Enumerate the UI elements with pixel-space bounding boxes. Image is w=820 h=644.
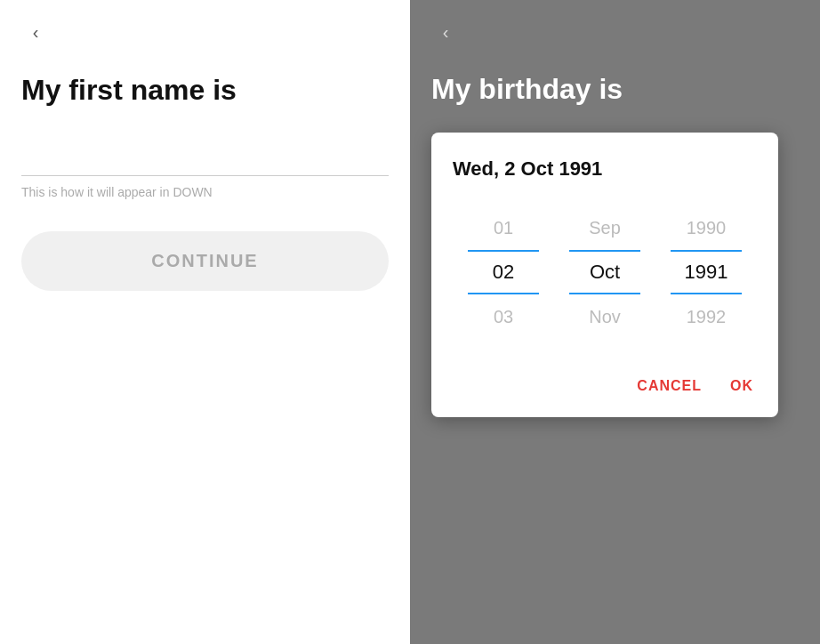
cancel-button[interactable]: CANCEL <box>633 373 705 399</box>
month-next[interactable]: Nov <box>569 294 640 339</box>
right-back-button[interactable]: ‹ <box>431 18 460 46</box>
year-picker-column[interactable]: 1990 1991 1992 <box>671 205 742 339</box>
year-next[interactable]: 1992 <box>671 294 742 339</box>
ok-button[interactable]: OK <box>727 373 757 399</box>
right-panel: ‹ My birthday is Wed, 2 Oct 1991 01 02 0… <box>410 0 820 644</box>
right-page-title: My birthday is <box>431 73 623 106</box>
left-back-icon: ‹ <box>33 22 39 43</box>
day-next[interactable]: 03 <box>468 294 539 339</box>
date-picker-columns: 01 02 03 Sep Oct Nov 1990 1991 1992 <box>453 205 757 339</box>
year-selected[interactable]: 1991 <box>671 250 742 294</box>
day-picker-column[interactable]: 01 02 03 <box>468 205 539 339</box>
month-picker-column[interactable]: Sep Oct Nov <box>569 205 640 339</box>
selected-date-display: Wed, 2 Oct 1991 <box>453 157 757 181</box>
left-page-title: My first name is <box>21 73 389 107</box>
left-panel: ‹ My first name is This is how it will a… <box>0 0 410 644</box>
dialog-actions: CANCEL OK <box>453 366 757 399</box>
input-hint: This is how it will appear in DOWN <box>21 185 389 199</box>
continue-button[interactable]: CONTINUE <box>21 231 389 291</box>
year-prev[interactable]: 1990 <box>671 205 742 250</box>
month-selected[interactable]: Oct <box>569 250 640 294</box>
right-back-icon: ‹ <box>443 22 449 43</box>
date-picker-dialog: Wed, 2 Oct 1991 01 02 03 Sep Oct Nov 199… <box>431 133 778 417</box>
day-selected[interactable]: 02 <box>468 250 539 294</box>
day-prev[interactable]: 01 <box>468 205 539 250</box>
month-prev[interactable]: Sep <box>569 205 640 250</box>
left-back-button[interactable]: ‹ <box>21 18 50 46</box>
first-name-input[interactable] <box>21 142 389 176</box>
